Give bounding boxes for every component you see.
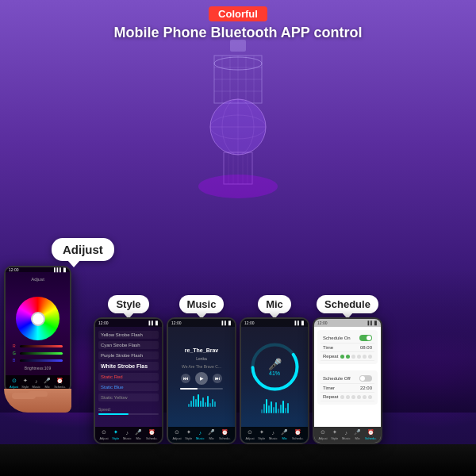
music-bottom-nav: ⊙ Adjust ✦ Style ♪ Music 🎤 Mic	[168, 427, 235, 443]
phones-row: Style 12:00 ▌▌ ▊ Yellow Strobe Flash Cya…	[0, 295, 476, 444]
mic-screen: 12:00 ▌▌ ▊ 🎤 41%	[241, 319, 308, 443]
style-bottom-nav: ⊙ Adjust ✦ Style ♪ Music 🎤 Mic	[95, 427, 162, 443]
schedule-screen: 12:00 ▌▌ ▊ Schedule On Time 08:00	[314, 319, 381, 443]
schedule-on-toggle[interactable]	[359, 335, 372, 341]
svg-rect-0	[230, 40, 246, 52]
style-phone-wrapper: Style 12:00 ▌▌ ▊ Yellow Strobe Flash Cya…	[94, 295, 163, 444]
schedule-off-section: Schedule Off Timer 22:00 Repeat	[317, 370, 378, 405]
nav-adjust-s[interactable]: ⊙ Adjust	[99, 429, 108, 440]
next-button[interactable]: ⏭	[213, 374, 222, 383]
style-item: Yellow Strobe Flash	[98, 331, 159, 339]
music-waveform	[184, 393, 220, 407]
phone-mic: 12:00 ▌▌ ▊ 🎤 41%	[240, 317, 309, 444]
time-label: Time	[323, 345, 333, 350]
music-screen: 12:00 ▌▌ ▊ re_The_Brav Lenka We Are The …	[168, 319, 235, 443]
style-status-bar: 12:00 ▌▌ ▊	[95, 319, 162, 327]
mic-icon: 🎤	[268, 358, 282, 370]
mic-waveform	[255, 397, 295, 413]
schedule-bubble: Schedule	[317, 295, 378, 313]
style-item: Static Yellow	[98, 393, 159, 401]
nav-schedule-m[interactable]: ⏰ Schedu.	[219, 429, 231, 440]
nav-style-sch[interactable]: ✦ Style	[331, 429, 338, 440]
style-item: Purple Strobe Flash	[98, 351, 159, 359]
main-title: Mobile Phone Bluetooth APP control	[0, 25, 476, 41]
music-phone-wrapper: Music 12:00 ▌▌ ▊ re_The_Brav Lenka We Ar…	[167, 295, 236, 444]
mic-content: 🎤 41%	[241, 327, 308, 427]
music-status-bar: 12:00 ▌▌ ▊	[168, 319, 235, 327]
music-progress-fill	[180, 388, 197, 390]
schedule-status-bar: 12:00 ▌▌ ▊	[314, 319, 381, 327]
nav-style-m[interactable]: ✦ Style	[185, 429, 192, 440]
repeat-label: Repeat	[323, 354, 338, 359]
music-controls: ⏮ ▶ ⏭	[181, 372, 222, 385]
style-item-selected: White Strobe Flas	[98, 362, 159, 370]
nav-adjust-mic[interactable]: ⊙ Adjust	[245, 429, 254, 440]
chandelier-area	[0, 40, 476, 198]
style-item: Cyan Strobe Flash	[98, 341, 159, 349]
nav-style-mic[interactable]: ✦ Style	[258, 429, 265, 440]
nav-adjust-m[interactable]: ⊙ Adjust	[172, 429, 181, 440]
phone-schedule: 12:00 ▌▌ ▊ Schedule On Time 08:00	[313, 317, 382, 444]
mic-status-bar: 12:00 ▌▌ ▊	[241, 319, 308, 327]
nav-music-m[interactable]: ♪ Music	[196, 430, 204, 440]
prev-button[interactable]: ⏮	[181, 374, 190, 383]
adijust-bubble: Adijust	[52, 238, 114, 261]
style-bubble: Style	[108, 295, 148, 313]
mic-bottom-nav: ⊙ Adjust ✦ Style ♪ Music 🎤 Mic	[241, 427, 308, 443]
nav-schedule-mic[interactable]: ⏰ Schedu.	[292, 429, 304, 440]
schedule-on-label: Schedule On	[323, 336, 351, 340]
schedule-off-label: Schedule Off	[323, 376, 351, 381]
nav-mic-mic[interactable]: 🎤 Mic	[281, 429, 288, 440]
music-content: re_The_Brav Lenka We Are The Brave C... …	[168, 327, 235, 427]
repeat2-label: Repeat	[323, 394, 338, 399]
mic-circle-container: 🎤 41%	[249, 341, 301, 393]
phone-style: 12:00 ▌▌ ▊ Yellow Strobe Flash Cyan Stro…	[94, 317, 163, 444]
header: Colorful Mobile Phone Bluetooth APP cont…	[0, 6, 476, 41]
style-screen: 12:00 ▌▌ ▊ Yellow Strobe Flash Cyan Stro…	[95, 319, 162, 443]
mic-percent-label: 41%	[269, 370, 280, 376]
nav-music-mic[interactable]: ♪ Music	[269, 430, 277, 440]
music-progress-bar	[180, 388, 222, 390]
schedule-bottom-nav: ⊙ Adjust ✦ Style ♪ Music 🎤 Mic	[314, 427, 381, 443]
colorful-badge: Colorful	[209, 6, 267, 21]
svg-point-22	[198, 175, 278, 198]
style-list: Yellow Strobe Flash Cyan Strobe Flash Pu…	[95, 327, 162, 427]
music-detail: We Are The Brave C...	[182, 364, 221, 369]
music-artist: Lenka	[196, 356, 207, 361]
repeat-dots	[340, 355, 372, 359]
schedule-off-toggle[interactable]	[359, 375, 372, 382]
schedule-content: Schedule On Time 08:00 Repeat	[314, 327, 381, 427]
nav-music-s[interactable]: ♪ Music	[123, 430, 131, 440]
schedule-on-section: Schedule On Time 08:00 Repeat	[317, 330, 378, 364]
nav-style-s[interactable]: ✦ Style	[112, 429, 119, 440]
phone-music: 12:00 ▌▌ ▊ re_The_Brav Lenka We Are The …	[167, 317, 236, 444]
timer-label: Timer	[323, 386, 335, 390]
music-track-title: re_The_Brav	[185, 347, 218, 353]
mic-phone-wrapper: Mic 12:00 ▌▌ ▊ 🎤 41%	[240, 295, 309, 444]
floor	[0, 444, 476, 476]
repeat2-dots	[340, 395, 372, 399]
mic-bubble: Mic	[258, 295, 291, 313]
style-item-blue: Static Blue	[98, 383, 159, 391]
nav-music-sch[interactable]: ♪ Music	[342, 430, 350, 440]
nav-schedule-s[interactable]: ⏰ Schedu.	[146, 429, 158, 440]
nav-mic-m[interactable]: 🎤 Mic	[208, 429, 215, 440]
style-item-red: Static Red	[98, 373, 159, 381]
music-bubble: Music	[179, 295, 225, 313]
nav-schedule-sch[interactable]: ⏰ Schedu.	[365, 429, 377, 440]
nav-adjust-sch[interactable]: ⊙ Adjust	[318, 429, 327, 440]
play-button[interactable]: ▶	[195, 372, 208, 385]
nav-mic-sch[interactable]: 🎤 Mic	[354, 429, 361, 440]
schedule-phone-wrapper: Schedule 12:00 ▌▌ ▊ Schedule On Time	[313, 295, 382, 444]
nav-mic-s[interactable]: 🎤 Mic	[135, 429, 142, 440]
